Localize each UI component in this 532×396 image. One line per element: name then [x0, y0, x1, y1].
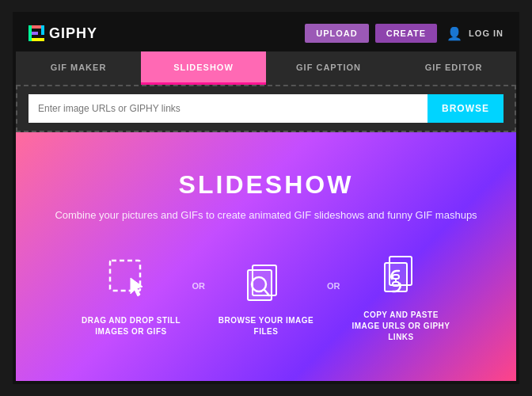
svg-rect-4 [32, 38, 44, 41]
browse-label: BROWSE YOUR IMAGE FILES [215, 315, 317, 337]
main-content: SLIDESHOW Combine your pictures and GIFs… [16, 132, 516, 381]
giphy-logo-icon [28, 25, 44, 41]
drag-drop-label: DRAG AND DROP STILL IMAGES OR GIFS [80, 315, 183, 337]
features-row: DRAG AND DROP STILL IMAGES OR GIFS OR [80, 253, 453, 343]
svg-rect-0 [28, 25, 32, 41]
feature-drag-drop: DRAG AND DROP STILL IMAGES OR GIFS [80, 258, 183, 337]
logo-text: GIPHY [49, 25, 97, 42]
svg-rect-12 [385, 263, 407, 291]
feature-browse: BROWSE YOUR IMAGE FILES [215, 258, 317, 337]
url-bar: BROWSE [28, 94, 504, 123]
feature-copy-paste: COPY AND PASTE IMAGE URLS OR GIPHY LINKS [350, 253, 453, 343]
upload-button[interactable]: UPLOAD [305, 24, 368, 43]
page-subtitle: Combine your pictures and GIFs to create… [55, 208, 477, 224]
url-area: BROWSE [16, 85, 516, 132]
app-frame: GIPHY UPLOAD CREATE 👤 LOG IN GIF MAKER S… [13, 12, 519, 384]
browse-button[interactable]: BROWSE [428, 94, 504, 123]
or-divider-1: OR [192, 281, 206, 314]
copy-paste-label: COPY AND PASTE IMAGE URLS OR GIPHY LINKS [350, 310, 453, 343]
copy-paste-icon [378, 253, 425, 300]
header: GIPHY UPLOAD CREATE 👤 LOG IN [16, 15, 516, 51]
user-icon: 👤 [446, 26, 462, 41]
tab-gif-caption[interactable]: GIF CAPTION [266, 51, 391, 85]
url-input[interactable] [28, 94, 428, 123]
drag-drop-icon [108, 258, 155, 306]
tab-slideshow[interactable]: SLIDESHOW [141, 51, 266, 85]
tab-gif-editor[interactable]: GIF EDITOR [391, 51, 516, 85]
tab-gif-maker[interactable]: GIF MAKER [16, 51, 141, 85]
header-actions: UPLOAD CREATE 👤 LOG IN [305, 24, 504, 43]
login-button[interactable]: LOG IN [469, 29, 504, 38]
create-button[interactable]: CREATE [375, 24, 437, 43]
or-divider-2: OR [327, 281, 340, 314]
logo: GIPHY [28, 25, 97, 42]
tabs-bar: GIF MAKER SLIDESHOW GIF CAPTION GIF EDIT… [16, 51, 516, 85]
svg-rect-1 [32, 25, 41, 29]
svg-rect-2 [32, 32, 38, 35]
browse-files-icon [242, 258, 290, 306]
page-title: SLIDESHOW [179, 170, 354, 200]
svg-rect-3 [41, 25, 44, 35]
